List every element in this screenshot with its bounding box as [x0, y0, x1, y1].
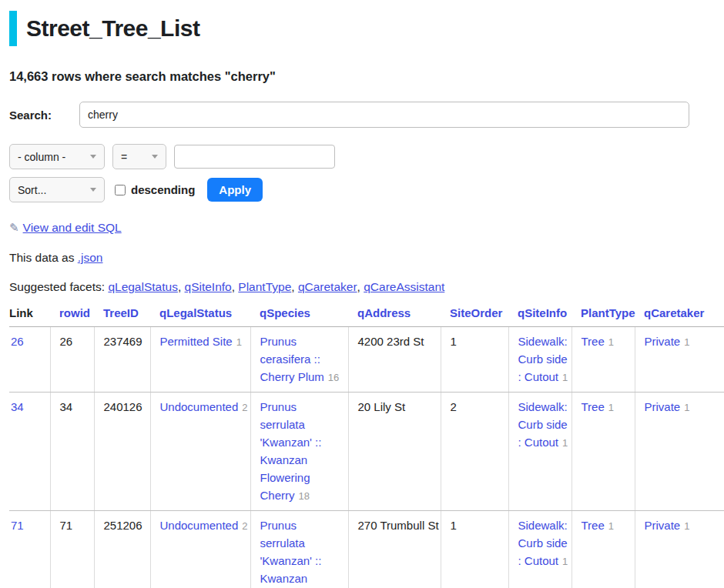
facet-count: 2	[242, 520, 247, 532]
column-select-wrap: - column -	[9, 144, 105, 169]
column-header-rowid: rowid	[50, 305, 94, 327]
sort-form: Sort... descending Apply	[9, 177, 724, 202]
descending-checkbox[interactable]	[115, 185, 126, 195]
facet-value-link[interactable]: Sidewalk: Curb side : Cutout	[518, 400, 568, 449]
row-link[interactable]: 34	[11, 400, 24, 413]
json-export-link[interactable]: .json	[78, 251, 103, 264]
cell-qlegalstatus: Permitted Site1	[150, 327, 250, 393]
data-as-prefix: This data as	[9, 251, 78, 264]
facet-link-qcaretaker[interactable]: qCaretaker	[298, 280, 364, 293]
pencil-icon: ✎	[9, 221, 19, 234]
page-header: Street_Tree_List	[9, 11, 724, 46]
cell-link: 34	[9, 393, 50, 511]
facet-count: 1	[236, 336, 242, 348]
data-export-row: This data as .json	[9, 251, 724, 265]
facet-value-link[interactable]: Tree	[582, 335, 605, 348]
facet-value-link[interactable]: Sidewalk: Curb side : Cutout	[518, 335, 568, 383]
facet-link-qsiteinfo[interactable]: qSiteInfo	[185, 280, 239, 293]
cell-siteorder: 1	[441, 327, 508, 393]
header-row: Link rowid TreeID qLegalStatus qSpecies …	[9, 305, 724, 327]
sql-link-row: ✎View and edit SQL	[9, 221, 724, 235]
facet-count: 1	[608, 336, 614, 348]
descending-label: descending	[131, 183, 195, 196]
facet-value-link[interactable]: Undocumented	[160, 519, 239, 532]
cell-qcaretaker: Private1	[635, 393, 724, 511]
facet-value-link[interactable]: Private	[645, 400, 681, 413]
table-row: 34 34 240126 Undocumented2 Prunus serrul…	[9, 393, 724, 511]
facet-value-link[interactable]: Sidewalk: Curb side : Cutout	[518, 519, 568, 567]
cell-rowid: 26	[50, 327, 94, 393]
column-header-siteorder: SiteOrder	[441, 305, 508, 327]
cell-treeid: 251206	[94, 511, 150, 588]
facet-value-link[interactable]: Prunus cerasifera :: Cherry Plum	[260, 335, 324, 383]
cell-planttype: Tree1	[571, 327, 635, 393]
table-row: 26 26 237469 Permitted Site1 Prunus cera…	[9, 327, 724, 393]
column-header-qaddress: qAddress	[348, 305, 441, 327]
search-input[interactable]	[79, 102, 689, 128]
facet-count: 2	[242, 402, 247, 413]
cell-qsiteinfo: Sidewalk: Curb side : Cutout1	[508, 327, 571, 393]
facet-count: 1	[562, 372, 568, 383]
cell-qspecies: Prunus serrulata 'Kwanzan' :: Kwanzan Fl…	[250, 511, 348, 588]
facet-count: 1	[562, 437, 568, 449]
row-link[interactable]: 26	[11, 335, 24, 348]
facet-value-link[interactable]: Private	[645, 335, 681, 348]
search-label: Search:	[9, 109, 79, 122]
cell-qaddress: 4200 23rd St	[348, 327, 441, 393]
cell-qaddress: 20 Lily St	[348, 393, 441, 511]
sort-select-wrap: Sort...	[9, 177, 105, 202]
column-header-treeid: TreeID	[94, 305, 150, 327]
facet-count: 1	[562, 556, 568, 567]
facet-count: 18	[299, 490, 310, 502]
facet-link-qcareassistant[interactable]: qCareAssistant	[364, 280, 444, 293]
results-table: Link rowid TreeID qLegalStatus qSpecies …	[9, 305, 724, 588]
filter-value-input[interactable]	[174, 145, 335, 169]
facet-link-qlegalstatus[interactable]: qLegalStatus	[108, 280, 184, 293]
column-header-qlegalstatus: qLegalStatus	[150, 305, 250, 327]
facet-count: 1	[684, 336, 689, 348]
sort-select[interactable]: Sort...	[9, 177, 105, 202]
cell-qlegalstatus: Undocumented2	[150, 393, 250, 511]
search-form: Search:	[9, 102, 724, 128]
operator-select[interactable]: =	[112, 144, 166, 169]
row-link[interactable]: 71	[11, 519, 24, 532]
suggested-facets-row: Suggested facets: qLegalStatusqSiteInfoP…	[9, 280, 724, 294]
facet-value-link[interactable]: Permitted Site	[160, 335, 233, 348]
column-select[interactable]: - column -	[9, 144, 105, 169]
column-header-qcaretaker: qCaretaker	[635, 305, 724, 327]
cell-qsiteinfo: Sidewalk: Curb side : Cutout1	[508, 393, 571, 511]
facet-count: 1	[608, 402, 614, 413]
apply-button[interactable]: Apply	[207, 178, 263, 202]
cell-link: 26	[9, 327, 50, 393]
facet-value-link[interactable]: Tree	[582, 400, 605, 413]
cell-siteorder: 2	[441, 393, 508, 511]
facet-value-link[interactable]: Prunus serrulata 'Kwanzan' :: Kwanzan Fl…	[260, 519, 322, 588]
row-count-summary: 14,663 rows where search matches "cherry…	[9, 69, 724, 84]
filter-form: - column - =	[9, 144, 724, 169]
operator-select-wrap: =	[105, 144, 166, 169]
cell-link: 71	[9, 511, 50, 588]
cell-planttype: Tree1	[571, 511, 635, 588]
column-header-link: Link	[9, 305, 50, 327]
cell-rowid: 71	[50, 511, 94, 588]
accent-bar	[9, 11, 17, 46]
facet-value-link[interactable]: Undocumented	[160, 400, 239, 413]
cell-treeid: 237469	[94, 327, 150, 393]
cell-qcaretaker: Private1	[635, 327, 724, 393]
facet-value-link[interactable]: Tree	[582, 519, 605, 532]
facet-link-planttype[interactable]: PlantType	[238, 280, 298, 293]
cell-qspecies: Prunus serrulata 'Kwanzan' :: Kwanzan Fl…	[250, 393, 348, 511]
facet-value-link[interactable]: Private	[645, 519, 681, 532]
cell-siteorder: 1	[441, 511, 508, 588]
facet-count: 1	[608, 520, 614, 532]
facets-prefix: Suggested facets:	[9, 280, 108, 293]
facet-count: 16	[328, 372, 339, 383]
facet-value-link[interactable]: Prunus serrulata 'Kwanzan' :: Kwanzan Fl…	[260, 400, 322, 502]
table-row: 71 71 251206 Undocumented2 Prunus serrul…	[9, 511, 724, 588]
column-header-qsiteinfo: qSiteInfo	[508, 305, 571, 327]
cell-qlegalstatus: Undocumented2	[150, 511, 250, 588]
cell-qspecies: Prunus cerasifera :: Cherry Plum16	[250, 327, 348, 393]
cell-rowid: 34	[50, 393, 94, 511]
column-header-qspecies: qSpecies	[250, 305, 348, 327]
view-edit-sql-link[interactable]: View and edit SQL	[23, 221, 122, 234]
